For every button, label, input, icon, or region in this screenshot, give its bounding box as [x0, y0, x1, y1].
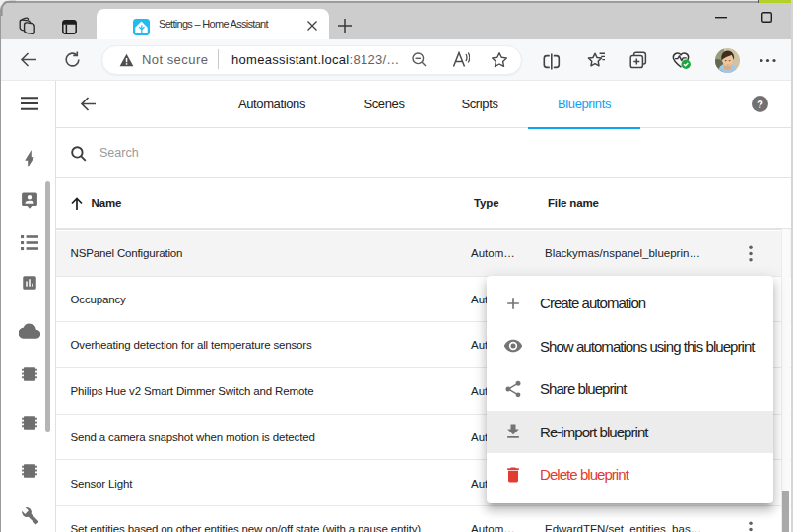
svg-text:?: ? — [757, 98, 763, 109]
